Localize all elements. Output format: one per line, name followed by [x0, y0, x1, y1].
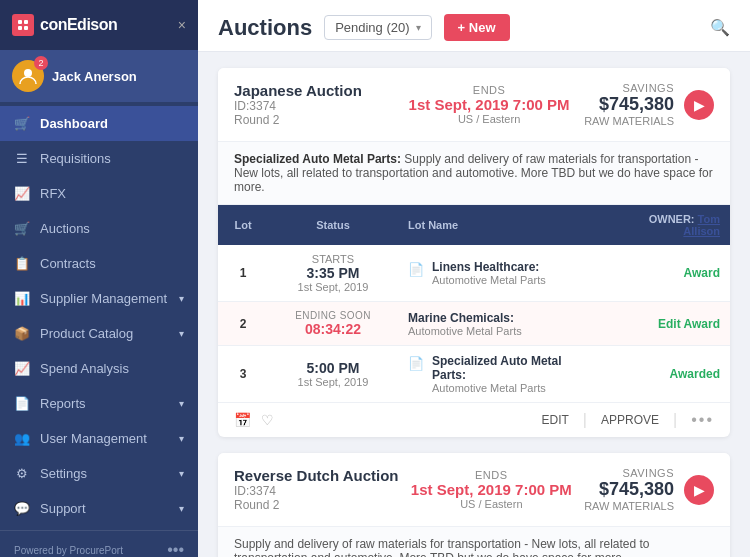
auction-card: Reverse Dutch Auction ID:3374 Round 2 EN…: [218, 453, 730, 557]
footer-brand: Powered by ProcurePort: [14, 545, 123, 556]
auction-description: Supply and delivery of raw materials for…: [218, 527, 730, 557]
awarded-badge: Awarded: [670, 367, 720, 381]
svg-rect-0: [18, 20, 22, 24]
savings-sub: RAW MATERIALS: [584, 500, 674, 512]
status-label: Pending (20): [335, 20, 409, 35]
auction-card-header: Japanese Auction ID:3374 Round 2 ENDS 1s…: [218, 68, 730, 142]
auction-round: Round 2: [234, 113, 394, 127]
app-logo: conEdison: [12, 14, 117, 36]
contracts-icon: 📋: [14, 256, 30, 271]
settings-icon: ⚙: [14, 466, 30, 481]
sidebar-item-reports[interactable]: 📄 Reports ▾: [0, 386, 198, 421]
lot-name-cell: 📄 Specialized Auto Metal Parts: Automoti…: [398, 346, 602, 403]
lot-action: Award: [602, 245, 730, 302]
lot-number: 1: [218, 245, 268, 302]
lot-number: 2: [218, 302, 268, 346]
supplier-icon: 📊: [14, 291, 30, 306]
heart-icon[interactable]: ♡: [261, 412, 274, 428]
sidebar-item-rfx[interactable]: 📈 RFX: [0, 176, 198, 211]
savings-block: SAVINGS $745,380 RAW MATERIALS ▶: [584, 467, 714, 512]
sidebar-item-label: Auctions: [40, 221, 90, 236]
auction-ends-block: ENDS 1st Sept, 2019 7:00 PM US / Eastern: [394, 84, 584, 125]
savings-info: SAVINGS $745,380 RAW MATERIALS: [584, 467, 674, 512]
search-icon[interactable]: 🔍: [710, 18, 730, 37]
status-filter-dropdown[interactable]: Pending (20) ▾: [324, 15, 431, 40]
lot-table: Lot Status Lot Name OWNER: Tom Allison 1…: [218, 205, 730, 402]
auctions-icon: 🛒: [14, 221, 30, 236]
sidebar-item-contracts[interactable]: 📋 Contracts: [0, 246, 198, 281]
auction-go-button[interactable]: ▶: [684, 475, 714, 505]
requisitions-icon: ☰: [14, 151, 30, 166]
sidebar-item-spend-analysis[interactable]: 📈 Spend Analysis: [0, 351, 198, 386]
page-title: Auctions: [218, 15, 312, 41]
svg-point-4: [24, 69, 32, 77]
lot-status: 5:00 PM 1st Sept, 2019: [268, 346, 398, 403]
savings-info: SAVINGS $745,380 RAW MATERIALS: [584, 82, 674, 127]
table-row: 3 5:00 PM 1st Sept, 2019 📄 Specialized A…: [218, 346, 730, 403]
table-row: 2 ENDING SOON 08:34:22 Marine Chemicals:…: [218, 302, 730, 346]
approve-button[interactable]: APPROVE: [601, 413, 659, 427]
lot-action: Awarded: [602, 346, 730, 403]
auction-id: ID:3374: [234, 484, 398, 498]
close-icon[interactable]: ×: [178, 17, 186, 33]
lot-col-header: Lot: [218, 205, 268, 245]
sidebar-item-product-catalog[interactable]: 📦 Product Catalog ▾: [0, 316, 198, 351]
sidebar-item-label: Reports: [40, 396, 86, 411]
user-menu[interactable]: 2 Jack Anerson: [0, 50, 198, 102]
table-row: 1 STARTS 3:35 PM 1st Sept, 2019 📄 Linens…: [218, 245, 730, 302]
auction-description: Specialized Auto Metal Parts: Supply and…: [218, 142, 730, 205]
savings-amount: $745,380: [584, 94, 674, 115]
document-icon: 📄: [408, 262, 424, 277]
notification-badge: 2: [34, 56, 48, 70]
lot-footer: 📅 ♡ EDIT | APPROVE | •••: [218, 402, 730, 437]
calendar-icon[interactable]: 📅: [234, 412, 251, 428]
lot-action: Edit Award: [602, 302, 730, 346]
avatar-badge: 2: [12, 60, 44, 92]
chevron-down-icon: ▾: [179, 293, 184, 304]
separator: |: [583, 411, 587, 429]
more-options-button[interactable]: •••: [167, 541, 184, 557]
sidebar-item-support[interactable]: 💬 Support ▾: [0, 491, 198, 526]
ends-timezone: US / Eastern: [394, 113, 584, 125]
edit-button[interactable]: EDIT: [542, 413, 569, 427]
auction-ends-block: ENDS 1st Sept, 2019 7:00 PM US / Eastern: [398, 469, 584, 510]
sidebar-item-supplier-management[interactable]: 📊 Supplier Management ▾: [0, 281, 198, 316]
auction-card: Japanese Auction ID:3374 Round 2 ENDS 1s…: [218, 68, 730, 437]
sidebar-item-label: Dashboard: [40, 116, 108, 131]
footer-icons: 📅 ♡: [234, 412, 274, 428]
auction-title-block: Reverse Dutch Auction ID:3374 Round 2: [234, 467, 398, 512]
auction-title-block: Japanese Auction ID:3374 Round 2: [234, 82, 394, 127]
sidebar: conEdison × 2 Jack Anerson 🛒 Dashboard ☰…: [0, 0, 198, 557]
sidebar-item-auctions[interactable]: 🛒 Auctions: [0, 211, 198, 246]
dashboard-icon: 🛒: [14, 116, 30, 131]
lot-name-col-header: Lot Name: [398, 205, 602, 245]
more-options-button[interactable]: •••: [691, 411, 714, 429]
sidebar-item-label: Settings: [40, 466, 87, 481]
sidebar-item-dashboard[interactable]: 🛒 Dashboard: [0, 106, 198, 141]
chevron-down-icon: ▾: [179, 433, 184, 444]
savings-label: SAVINGS: [584, 82, 674, 94]
lot-status: ENDING SOON 08:34:22: [268, 302, 398, 346]
chevron-down-icon: ▾: [179, 503, 184, 514]
sidebar-item-user-management[interactable]: 👥 User Management ▾: [0, 421, 198, 456]
lot-name-cell: 📄 Linens Healthcare: Automotive Metal Pa…: [398, 245, 602, 302]
sidebar-item-requisitions[interactable]: ☰ Requisitions: [0, 141, 198, 176]
new-auction-button[interactable]: + New: [444, 14, 510, 41]
sidebar-logo-bar: conEdison ×: [0, 0, 198, 50]
owner-col-header: OWNER: Tom Allison: [602, 205, 730, 245]
svg-rect-1: [24, 20, 28, 24]
ends-label: ENDS: [394, 84, 584, 96]
lot-name-cell: Marine Chemicals: Automotive Metal Parts: [398, 302, 602, 346]
catalog-icon: 📦: [14, 326, 30, 341]
auction-go-button[interactable]: ▶: [684, 90, 714, 120]
rfx-icon: 📈: [14, 186, 30, 201]
chevron-down-icon: ▾: [416, 22, 421, 33]
award-action-button[interactable]: Award: [684, 266, 720, 280]
sidebar-item-label: Support: [40, 501, 86, 516]
ends-date: 1st Sept, 2019 7:00 PM: [398, 481, 584, 498]
sidebar-item-settings[interactable]: ⚙ Settings ▾: [0, 456, 198, 491]
user-name: Jack Anerson: [52, 69, 137, 84]
edit-award-button[interactable]: Edit Award: [658, 317, 720, 331]
sidebar-item-label: Spend Analysis: [40, 361, 129, 376]
sidebar-item-label: RFX: [40, 186, 66, 201]
